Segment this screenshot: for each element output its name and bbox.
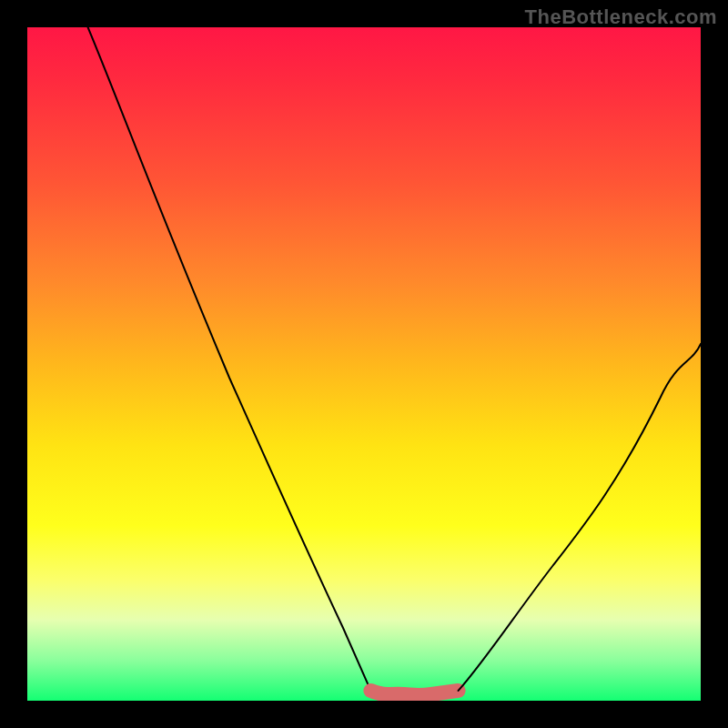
- plot-area: [27, 27, 701, 701]
- curve-right: [459, 344, 701, 691]
- watermark-text: TheBottleneck.com: [525, 5, 717, 29]
- valley-floor: [370, 691, 458, 695]
- curve-left: [88, 27, 371, 691]
- chart-frame: TheBottleneck.com: [0, 0, 728, 728]
- chart-curves: [27, 27, 701, 701]
